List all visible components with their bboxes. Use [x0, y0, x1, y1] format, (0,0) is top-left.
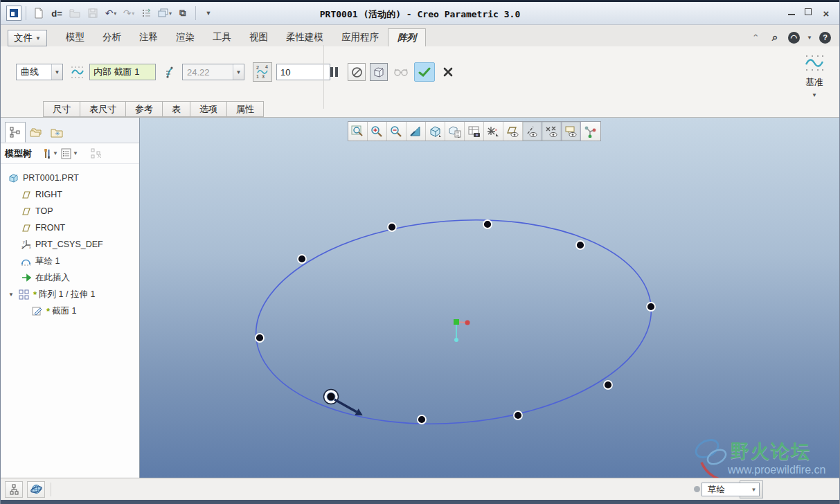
tree-item-part[interactable]: PRT0001.PRT [1, 170, 139, 186]
subtab-table[interactable]: 表 [163, 101, 190, 117]
close-window-button[interactable]: ⧉ [175, 5, 191, 21]
accept-button[interactable] [414, 62, 435, 82]
tab-model[interactable]: 模型 [57, 28, 93, 46]
tree-tools-button[interactable]: ▼ [40, 148, 58, 159]
tree-item-front[interactable]: FRONT [1, 219, 139, 236]
collapse-arrow-icon[interactable]: ▼ [8, 291, 15, 298]
selection-filter-value: 草绘 [702, 484, 749, 496]
tree-item-csys[interactable]: yxz PRT_CSYS_DEF [1, 236, 139, 253]
section-reference-field[interactable]: 内部 截面 1 [89, 64, 156, 80]
restore-button[interactable] [805, 8, 812, 15]
cancel-button[interactable] [439, 63, 457, 81]
tree-item-label: FRONT [35, 223, 65, 233]
window-cascade-button[interactable]: ▾ [157, 5, 173, 21]
pattern-point[interactable] [256, 334, 264, 342]
member-count-icon: 24 13 [253, 62, 272, 82]
community-dropdown-arrow[interactable]: ▼ [807, 35, 812, 41]
tree-settings-button[interactable]: ▼ [61, 148, 78, 159]
tab-applications[interactable]: 应用程序 [332, 28, 388, 46]
combo-arrow-icon[interactable]: ▼ [233, 64, 244, 80]
undo-dropdown-arrow[interactable]: ▾ [114, 10, 116, 17]
minimize-button[interactable] [788, 8, 795, 15]
pattern-point[interactable] [388, 223, 396, 231]
selection-filter-combo[interactable]: 草绘 ▼ [702, 483, 760, 496]
subtab-options[interactable]: 选项 [190, 101, 227, 117]
no-preview-button[interactable] [348, 63, 366, 81]
datum-curve-icon[interactable] [804, 53, 825, 73]
spin-center-origin[interactable] [454, 319, 459, 325]
tree-tools-arrow[interactable]: ▼ [53, 150, 58, 156]
spacing-value-combo[interactable]: 24.22 ▼ [182, 64, 244, 80]
subtab-table-dimensions[interactable]: 表尺寸 [80, 101, 126, 117]
help-icon[interactable]: ? [819, 32, 831, 44]
tree-item-insert-here[interactable]: 在此插入 [1, 269, 139, 286]
pause-button[interactable] [325, 63, 343, 81]
subtab-properties[interactable]: 属性 [227, 101, 264, 117]
regenerate-manager-icon [142, 8, 152, 18]
redo-dropdown-arrow[interactable]: ▾ [132, 10, 134, 17]
tab-render[interactable]: 渲染 [167, 28, 204, 46]
tree-item-section[interactable]: * 截面 1 [1, 303, 139, 319]
pattern-type-combo[interactable]: 曲线 ▼ [16, 64, 63, 80]
tree-item-top[interactable]: TOP [1, 203, 139, 219]
search-icon[interactable]: ⌕ [769, 31, 781, 44]
pattern-point[interactable] [514, 411, 522, 420]
subtab-dimensions[interactable]: 尺寸 [43, 101, 80, 117]
new-file-button[interactable] [30, 5, 47, 21]
open-file-button[interactable] [66, 5, 83, 21]
close-button[interactable]: × [821, 8, 831, 18]
tab-pattern-active[interactable]: 阵列 [388, 28, 426, 46]
section-reference-value: 内部 截面 1 [93, 66, 139, 78]
collapse-ribbon-icon[interactable]: ⌃ [749, 31, 762, 44]
tab-annotate[interactable]: 注释 [130, 28, 167, 46]
community-icon[interactable]: ◠ [788, 32, 800, 44]
pause-icon [330, 66, 339, 78]
pattern-point[interactable] [298, 255, 306, 263]
tree-search-button[interactable] [91, 148, 102, 159]
toggle-model-tree-button[interactable] [5, 481, 23, 498]
subtab-references[interactable]: 参考 [126, 101, 163, 117]
tab-flexible-modeling[interactable]: 柔性建模 [277, 28, 332, 46]
datum-dropdown-arrow[interactable]: ▼ [812, 92, 817, 98]
regenerate-manager-button[interactable] [138, 5, 155, 21]
tab-folder-browser[interactable] [26, 122, 46, 143]
customize-toolbar-button[interactable]: ▼ [200, 5, 217, 21]
selection-filter-arrow[interactable]: ▼ [749, 487, 759, 493]
tree-item-pattern[interactable]: ▼ * 阵列 1 / 拉伸 1 [1, 286, 139, 303]
cancel-x-icon [443, 67, 453, 77]
tree-settings-arrow[interactable]: ▼ [73, 150, 78, 156]
pattern-direction-arrow[interactable] [334, 399, 357, 412]
window-dropdown-arrow[interactable]: ▾ [169, 10, 172, 17]
selected-pattern-point[interactable] [327, 393, 334, 401]
model-scene[interactable] [140, 118, 839, 478]
redo-button[interactable]: ↷▾ [120, 5, 137, 21]
combo-arrow-icon[interactable]: ▼ [51, 64, 62, 80]
part-icon [8, 172, 19, 183]
attached-preview-button[interactable] [370, 63, 388, 81]
tree-item-sketch[interactable]: 草绘 1 [1, 253, 139, 269]
tab-view[interactable]: 视图 [240, 28, 277, 46]
pattern-options-group: 曲线 ▼ 内部 截面 1 24.22 ▼ [16, 60, 330, 84]
datum-plane-icon [20, 206, 32, 217]
tab-tools[interactable]: 工具 [204, 28, 240, 46]
pattern-point[interactable] [483, 220, 492, 228]
undo-button[interactable]: ↶▾ [102, 5, 119, 21]
pattern-point[interactable] [576, 241, 584, 249]
graphics-viewport[interactable]: x [140, 118, 839, 478]
pattern-point[interactable] [418, 415, 426, 424]
regenerate-button[interactable]: d= [48, 5, 65, 21]
tab-analysis[interactable]: 分析 [93, 28, 130, 46]
tab-favorites[interactable]: ✳ [46, 122, 67, 143]
file-menu-button[interactable]: 文件 ▼ [8, 30, 47, 46]
tab-model-tree[interactable] [5, 122, 26, 143]
pattern-point[interactable] [647, 303, 655, 311]
pattern-point[interactable] [604, 381, 612, 389]
app-launcher-icon[interactable] [6, 6, 21, 21]
datum-plane-icon [20, 189, 32, 200]
tree-item-label: 阵列 1 / 拉伸 1 [39, 289, 95, 300]
tree-item-right[interactable]: RIGHT [1, 186, 139, 203]
curve-collector-icon[interactable] [69, 63, 87, 81]
web-browser-button[interactable] [27, 481, 45, 498]
save-button[interactable] [84, 5, 101, 21]
verify-button[interactable] [392, 63, 410, 81]
